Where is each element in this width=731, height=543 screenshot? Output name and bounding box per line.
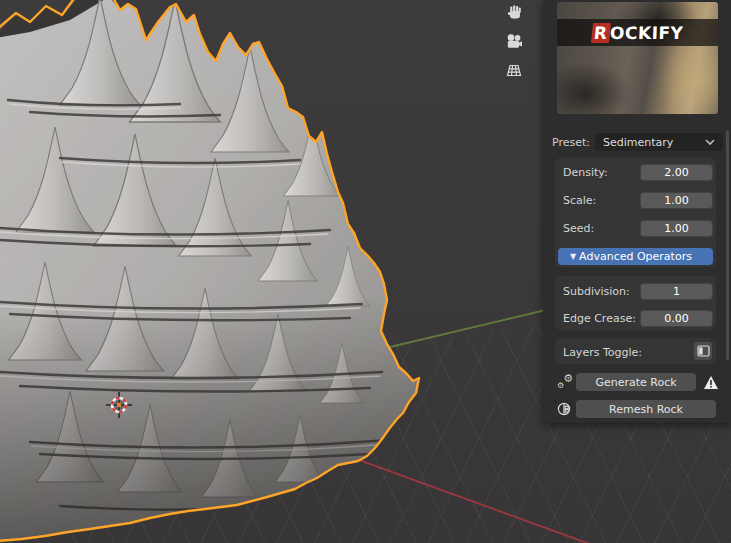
generation-settings-box: Density: 2.00 Scale: 1.00 Seed: 1.00 ▼ A… [555, 158, 716, 267]
remesh-rock-button[interactable]: Remesh Rock [576, 400, 716, 418]
advanced-operators-label: Advanced Operators [579, 250, 692, 263]
remesh-sphere-icon [555, 400, 575, 418]
subdivision-field[interactable]: 1 [640, 283, 713, 300]
remesh-row: Remesh Rock [543, 400, 731, 418]
viewport-nav-gizmo [503, 2, 525, 80]
preset-label: Preset: [552, 136, 590, 149]
warning-icon [702, 373, 720, 391]
edge-crease-label: Edge Crease: [563, 312, 636, 325]
layers-toggle-button[interactable] [694, 342, 712, 360]
rock-mesh-object[interactable] [0, 0, 440, 543]
rockify-panel: ROCKIFY Preset: Sedimentary Density: 2.0… [543, 0, 731, 423]
edge-crease-field[interactable]: 0.00 [640, 310, 713, 327]
3d-cursor-icon [106, 392, 132, 418]
triangle-down-icon: ▼ [570, 252, 576, 261]
subdivision-settings-box: Subdivision: 1 Edge Crease: 0.00 [555, 276, 716, 330]
brand-text: OCKIFY [609, 23, 683, 43]
scale-field[interactable]: 1.00 [640, 192, 713, 209]
advanced-operators-button[interactable]: ▼ Advanced Operators [558, 248, 713, 265]
chevron-down-icon [705, 139, 715, 146]
density-label: Density: [563, 166, 608, 179]
sidebar-panel-icon [697, 345, 710, 357]
subdivision-label: Subdivision: [563, 285, 630, 298]
panel-scrollbar[interactable] [726, 130, 729, 360]
generate-rock-button[interactable]: Generate Rock [576, 373, 696, 391]
preset-row: Preset: Sedimentary [543, 133, 731, 151]
seed-field[interactable]: 1.00 [640, 220, 713, 237]
seed-label: Seed: [563, 222, 594, 235]
camera-icon[interactable] [503, 31, 525, 51]
scale-label: Scale: [563, 194, 596, 207]
generate-row: ⚙⚙ Generate Rock [543, 373, 731, 392]
rockify-preview-image[interactable]: ROCKIFY [557, 2, 718, 114]
rockify-banner: ROCKIFY [557, 19, 718, 46]
brand-letter: R [591, 23, 611, 43]
density-field[interactable]: 2.00 [640, 164, 713, 181]
preset-dropdown[interactable]: Sedimentary [595, 133, 723, 151]
hand-icon[interactable] [503, 2, 525, 22]
preset-value: Sedimentary [603, 136, 673, 149]
layers-toggle-box: Layers Toggle: [555, 338, 716, 364]
layers-toggle-label: Layers Toggle: [563, 346, 642, 359]
rock-surface-detail [0, 0, 440, 543]
grid-icon[interactable] [503, 60, 525, 80]
gears-icon: ⚙⚙ [555, 373, 575, 391]
